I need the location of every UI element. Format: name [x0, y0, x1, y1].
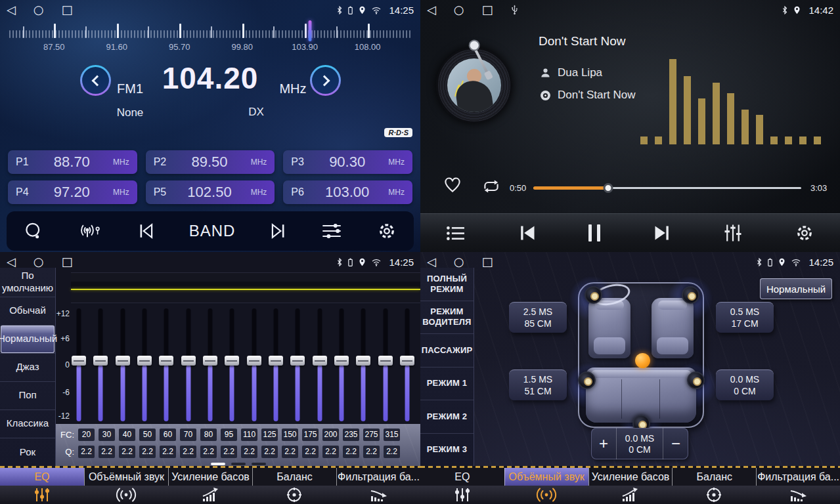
fc-value[interactable]: 125 [261, 429, 278, 441]
decrease-button[interactable]: − [663, 428, 688, 459]
eq-band-slider[interactable] [268, 308, 284, 421]
band-button[interactable]: BAND [189, 222, 236, 240]
delay-rear-left-button[interactable]: 1.5 MS 51 CM [509, 369, 567, 400]
eq-band-slider[interactable] [334, 308, 349, 421]
surround-mode-item[interactable]: РЕЖИМ ВОДИТЕЛЯ [420, 301, 474, 334]
audio-settings-icon[interactable] [321, 222, 342, 240]
tab-bass-boost[interactable]: Усиление басов [168, 466, 252, 504]
eq-preset-item[interactable]: Нормальный [1, 325, 55, 353]
fc-value[interactable]: 70 [180, 429, 196, 441]
slider-handle[interactable] [181, 356, 196, 366]
eq-band-slider[interactable] [137, 308, 152, 421]
preset-button[interactable]: P3 90.30 MHz [283, 150, 412, 174]
slider-handle[interactable] [356, 356, 370, 366]
eq-band-slider[interactable] [181, 308, 196, 421]
tab-surround[interactable]: Объёмный звук [84, 466, 168, 504]
speaker-rear-right-icon[interactable] [687, 371, 705, 389]
tab-eq[interactable]: EQ [0, 466, 84, 504]
slider-handle[interactable] [137, 356, 152, 366]
slider-handle[interactable] [116, 356, 130, 366]
q-value[interactable]: 2.2 [261, 446, 278, 458]
recents-icon[interactable]: □ [482, 256, 493, 268]
q-value[interactable]: 2.2 [343, 446, 359, 458]
q-value[interactable]: 2.2 [160, 446, 176, 458]
page-dot[interactable] [231, 463, 246, 465]
fc-value[interactable]: 60 [160, 429, 176, 441]
tab-balance[interactable]: Баланс [252, 466, 336, 504]
eq-preset-item[interactable]: Джаз [0, 353, 55, 381]
eq-band-slider[interactable] [93, 308, 108, 421]
slider-handle[interactable] [269, 356, 283, 366]
eq-band-slider[interactable] [290, 308, 305, 421]
q-value[interactable]: 2.2 [180, 446, 196, 458]
recents-icon[interactable]: □ [62, 4, 73, 16]
home-icon[interactable]: ○ [454, 4, 464, 16]
q-value[interactable]: 2.2 [200, 446, 217, 458]
fc-value[interactable]: 150 [282, 429, 298, 441]
tab-surround[interactable]: Объёмный звук [504, 466, 588, 504]
slider-handle[interactable] [72, 356, 86, 366]
slider-handle[interactable] [159, 356, 173, 366]
slider-handle[interactable] [378, 356, 393, 366]
delay-rear-right-button[interactable]: 0.0 MS 0 CM [716, 369, 774, 400]
eq-preset-item[interactable]: По умолчанию [0, 268, 55, 297]
tab-balance[interactable]: Баланс [672, 466, 756, 504]
q-value[interactable]: 2.2 [302, 446, 319, 458]
equalizer-icon[interactable] [723, 223, 743, 243]
tune-down-button[interactable] [80, 65, 111, 96]
progress-bar[interactable] [533, 187, 801, 189]
q-value[interactable]: 2.2 [221, 446, 237, 458]
repeat-icon[interactable] [481, 178, 502, 194]
home-icon[interactable]: ○ [33, 4, 44, 16]
eq-band-slider[interactable] [378, 308, 393, 421]
surround-preset-button[interactable]: Нормальный [760, 278, 832, 299]
slider-handle[interactable] [247, 356, 261, 366]
fc-value[interactable]: 110 [241, 429, 257, 441]
eq-band-slider[interactable] [355, 308, 371, 421]
fc-value[interactable]: 275 [363, 429, 380, 441]
page-dot[interactable] [211, 463, 225, 465]
next-track-icon[interactable] [652, 224, 672, 242]
surround-mode-item[interactable]: РЕЖИМ 3 [420, 433, 474, 467]
speaker-front-right-icon[interactable] [682, 286, 699, 304]
fc-value[interactable]: 200 [322, 429, 339, 441]
slider-handle[interactable] [225, 356, 239, 366]
fc-value[interactable]: 30 [99, 429, 115, 441]
speaker-front-left-icon[interactable] [585, 286, 602, 304]
eq-band-slider[interactable] [246, 308, 262, 421]
preset-button[interactable]: P4 97.20 MHz [8, 180, 137, 204]
tab-filter[interactable]: Фильтрация ба... [336, 466, 420, 504]
tab-filter[interactable]: Фильтрация ба... [756, 466, 840, 504]
delay-front-right-button[interactable]: 0.5 MS 17 CM [716, 302, 774, 333]
fc-value[interactable]: 315 [384, 429, 400, 441]
back-icon[interactable]: ◁ [427, 4, 436, 16]
eq-band-slider[interactable] [399, 308, 415, 421]
q-value[interactable]: 2.2 [322, 446, 339, 458]
speaker-rear-left-icon[interactable] [578, 371, 596, 389]
back-icon[interactable]: ◁ [7, 256, 16, 268]
fc-value[interactable]: 235 [343, 429, 359, 441]
fc-value[interactable]: 175 [302, 429, 319, 441]
radio-dial-ticks[interactable] [5, 22, 415, 41]
increase-button[interactable]: + [591, 428, 616, 459]
tab-bass-boost[interactable]: Усиление басов [588, 466, 673, 504]
fc-value[interactable]: 95 [221, 429, 237, 441]
surround-mode-item[interactable]: ПОЛНЫЙ РЕЖИМ [420, 268, 474, 301]
page-dot[interactable] [252, 463, 266, 465]
eq-band-slider[interactable] [312, 308, 328, 421]
prev-track-icon[interactable] [518, 224, 537, 242]
seek-prev-icon[interactable] [137, 222, 154, 240]
eq-band-slider[interactable] [202, 308, 218, 421]
playlist-icon[interactable] [446, 225, 466, 242]
preset-button[interactable]: P6 103.00 MHz [283, 180, 412, 204]
delay-front-left-button[interactable]: 2.5 MS 85 CM [509, 302, 567, 333]
fc-value[interactable]: 50 [139, 429, 156, 441]
slider-handle[interactable] [290, 356, 305, 366]
home-icon[interactable]: ○ [454, 256, 464, 268]
slider-handle[interactable] [400, 356, 414, 366]
eq-preset-item[interactable]: Поп [0, 381, 55, 410]
back-icon[interactable]: ◁ [427, 256, 436, 268]
preset-button[interactable]: P2 89.50 MHz [146, 150, 275, 174]
q-value[interactable]: 2.2 [139, 446, 156, 458]
preset-button[interactable]: P5 102.50 MHz [146, 180, 275, 204]
